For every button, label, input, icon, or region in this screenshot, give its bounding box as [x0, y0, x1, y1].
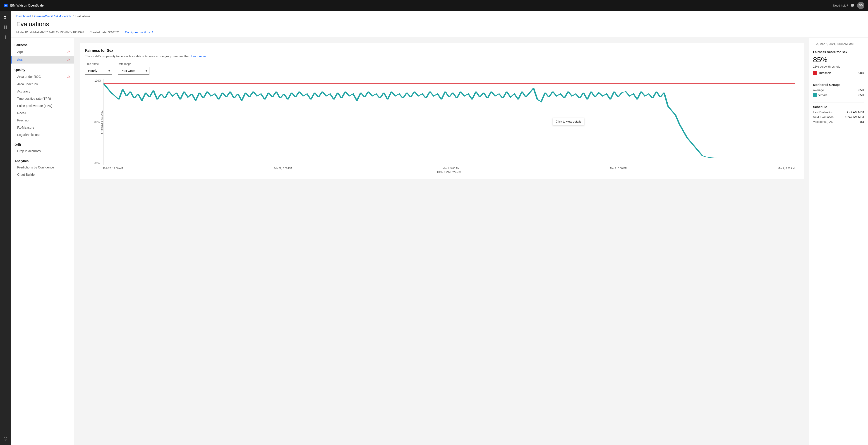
chat-icon[interactable]: [851, 4, 855, 7]
svg-rect-3: [6, 26, 7, 27]
nav-section-quality: Quality: [11, 66, 74, 73]
nav-item-auc-pr[interactable]: Area under PR: [11, 80, 74, 88]
monitored-groups-section: Monitored Groups Average 85% female 85%: [813, 83, 864, 97]
chart-wrapper: FAIRNESS SCORE 100% 80% 60%: [103, 79, 795, 173]
female-swatch: [813, 93, 816, 97]
chart-inner: Click to view details: [103, 79, 795, 165]
created-date: Created date: 3/4/2021: [89, 31, 120, 34]
warning-icon-sex: ⚠: [67, 58, 70, 62]
help-text[interactable]: Need help?: [833, 4, 848, 7]
next-eval-row: Next Evaluation 10:47 AM MST: [813, 115, 864, 119]
violations-label: Violations (PAST: [813, 120, 835, 124]
learn-more-link[interactable]: Learn more.: [191, 55, 207, 58]
threshold-label: Threshold: [818, 71, 832, 75]
fairness-score-value: 85%: [813, 56, 864, 64]
x-label-5: Mar 4, 3:00 AM: [778, 167, 795, 170]
nav-item-precision[interactable]: Precision: [11, 117, 74, 124]
female-row: female 85%: [813, 93, 864, 97]
timeframe-control: Time frame Hourly Daily Weekly ▾: [85, 62, 112, 75]
daterange-select[interactable]: Past week Past month Past 3 months: [118, 67, 149, 75]
page-meta: Model ID: ebb1a9e0-3514-42c2-bf35-8bf5c1…: [16, 31, 863, 38]
nav-item-age[interactable]: Age ⚠: [11, 48, 74, 56]
nav-section-fairness: Fairness: [11, 41, 74, 48]
nav-item-drop-accuracy[interactable]: Drop in accuracy: [11, 147, 74, 155]
nav-item-chart-builder[interactable]: Chart Builder: [11, 171, 74, 178]
chart-svg: [103, 79, 795, 165]
nav-item-auc-roc[interactable]: Area under ROC ⚠: [11, 73, 74, 80]
svg-rect-5: [6, 27, 7, 29]
chart-area[interactable]: FAIRNESS SCORE 100% 80% 60%: [103, 79, 795, 165]
x-label-4: Mar 2, 3:00 PM: [610, 167, 627, 170]
svg-text:?: ?: [5, 438, 6, 440]
sidebar-icon-analytics[interactable]: [1, 13, 10, 22]
nav-item-sex[interactable]: Sex ⚠: [11, 56, 74, 64]
breadcrumb-dashboard[interactable]: Dashboard: [16, 14, 31, 18]
next-eval-label: Next Evaluation: [813, 115, 834, 119]
svg-rect-4: [4, 27, 5, 29]
x-axis: Feb 26, 12:00 AM Feb 27, 3:00 PM Mar 1, …: [103, 165, 795, 170]
ibm-logo-icon: W: [4, 3, 8, 8]
panel-timestamp: Tue, Mar 2, 2021, 8:00 AM MST: [813, 42, 864, 46]
sidebar-icon-dashboard[interactable]: [1, 23, 10, 32]
configure-monitors-link[interactable]: Configure monitors: [125, 31, 154, 34]
sidebar-icon-compare[interactable]: [1, 33, 10, 42]
threshold-value: 98%: [859, 71, 864, 75]
sidebar-icon-help[interactable]: ?: [1, 434, 10, 443]
violations-value: 151: [859, 120, 864, 124]
timeframe-label: Time frame: [85, 62, 112, 66]
monitored-groups-title: Monitored Groups: [813, 83, 864, 87]
warning-icon-age: ⚠: [67, 49, 70, 54]
female-value: 85%: [859, 93, 864, 97]
avatar[interactable]: SD: [857, 2, 864, 9]
nav-item-predictions[interactable]: Predictions by Confidence: [11, 164, 74, 171]
nav-panel: Fairness Age ⚠ Sex ⚠ Quality Area under …: [11, 38, 74, 445]
nav-item-f1[interactable]: F1-Measure: [11, 124, 74, 131]
threshold-swatch: [813, 71, 816, 75]
nav-item-log-loss[interactable]: Logarithmic loss: [11, 131, 74, 138]
nav-item-fpr[interactable]: False positive rate (FPR): [11, 102, 74, 109]
breadcrumb: Dashboard / GermanCreditRiskModelICP / E…: [16, 14, 863, 18]
chart-title: Fairness for Sex: [85, 48, 798, 53]
warning-icon-roc: ⚠: [67, 74, 70, 79]
main-content: Fairness for Sex The model's propensity …: [74, 38, 809, 445]
chart-card: Fairness for Sex The model's propensity …: [80, 43, 804, 179]
configure-icon: [151, 31, 154, 34]
next-eval-value: 10:47 AM MST: [845, 115, 864, 119]
page-header: Dashboard / GermanCreditRiskModelICP / E…: [11, 11, 868, 38]
last-eval-row: Last Evaluation 9:47 AM MST: [813, 110, 864, 114]
schedule-title: Schedule: [813, 105, 864, 109]
x-label-1: Feb 26, 12:00 AM: [103, 167, 123, 170]
below-threshold-text: 13% below threshold: [813, 65, 864, 68]
brand-text: IBM Watson OpenScale: [10, 4, 44, 7]
page-title: Evaluations: [16, 21, 863, 28]
nav-item-recall[interactable]: Recall: [11, 109, 74, 117]
y-axis-values: 100% 80% 60%: [94, 79, 101, 165]
nav-section-analytics: Analytics: [11, 158, 74, 164]
top-navigation: W IBM Watson OpenScale Need help? SD: [0, 0, 868, 11]
top-nav-right: Need help? SD: [833, 2, 865, 9]
chart-subtitle: The model's propensity to deliver favora…: [85, 55, 798, 58]
last-eval-label: Last Evaluation: [813, 110, 833, 114]
breadcrumb-sep-1: /: [32, 14, 33, 18]
fairness-score-title: Fairness Score for Sex: [813, 50, 864, 54]
breadcrumb-sep-2: /: [73, 14, 73, 18]
fairness-score-section: Fairness Score for Sex 85% 13% below thr…: [813, 50, 864, 75]
nav-item-tpr[interactable]: True positive rate (TPR): [11, 95, 74, 102]
average-row: Average 85%: [813, 89, 864, 92]
daterange-control: Date range Past week Past month Past 3 m…: [118, 62, 149, 75]
schedule-section: Schedule Last Evaluation 9:47 AM MST Nex…: [813, 105, 864, 124]
average-value: 85%: [859, 89, 864, 92]
x-label-3: Mar 1, 3:00 AM: [443, 167, 460, 170]
threshold-legend-row: Threshold 98%: [813, 71, 864, 75]
nav-item-accuracy[interactable]: Accuracy: [11, 88, 74, 95]
timeframe-select-wrapper: Hourly Daily Weekly ▾: [85, 67, 112, 75]
nav-section-drift: Drift: [11, 141, 74, 147]
brand: W IBM Watson OpenScale: [4, 3, 44, 8]
x-axis-title: TIME (PAST WEEK): [103, 170, 795, 173]
svg-text:W: W: [5, 4, 7, 7]
breadcrumb-model[interactable]: GermanCreditRiskModelICP: [34, 14, 71, 18]
x-label-2: Feb 27, 3:00 PM: [274, 167, 292, 170]
chart-controls: Time frame Hourly Daily Weekly ▾ Date ra…: [85, 62, 798, 75]
timeframe-select[interactable]: Hourly Daily Weekly: [85, 67, 112, 75]
svg-rect-2: [4, 26, 5, 27]
